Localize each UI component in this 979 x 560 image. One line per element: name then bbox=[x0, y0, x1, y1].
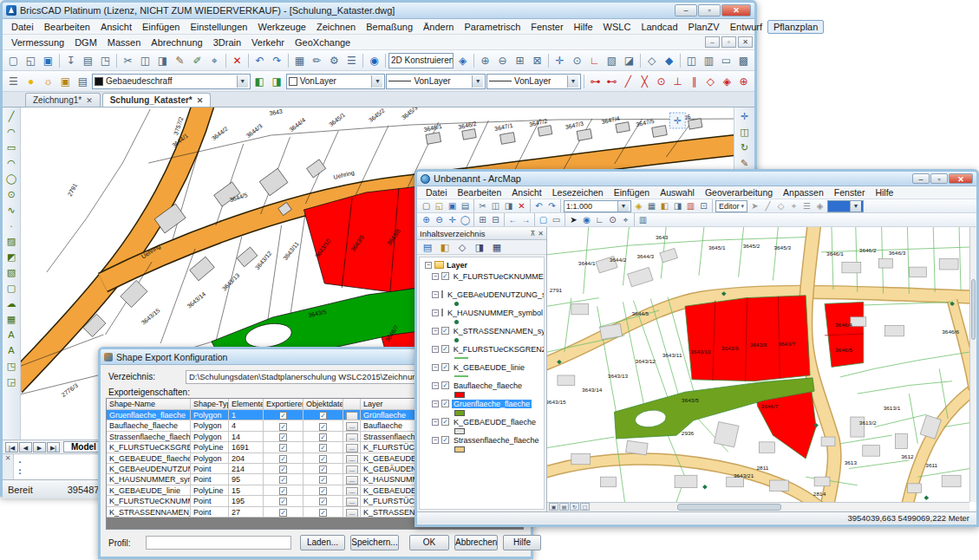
arc-menu-datei[interactable]: Datei bbox=[421, 186, 453, 199]
matchprop-icon[interactable]: ✎ bbox=[172, 53, 188, 68]
minimize-button[interactable]: – bbox=[675, 4, 697, 16]
bcs-menu-entwurf[interactable]: Entwurf bbox=[725, 21, 767, 33]
arc-menu-geoverarbeitung[interactable]: Geoverarbeitung bbox=[700, 186, 778, 199]
arcmap-titlebar[interactable]: Unbenannt - ArcMap – ▫ ✕ bbox=[417, 172, 976, 186]
column-header-elemente[interactable]: Elemente bbox=[229, 399, 264, 409]
gradient-tool-icon[interactable]: ◩ bbox=[3, 250, 19, 264]
expand-icon[interactable]: − bbox=[432, 291, 439, 298]
qr-icon[interactable]: ▩ bbox=[735, 53, 752, 68]
pause-draw-button[interactable]: ▢ bbox=[580, 503, 590, 511]
scale-combobox[interactable]: 1:1.000 ▼ bbox=[564, 200, 631, 212]
snap-midpoint-icon[interactable]: ⊷ bbox=[604, 74, 620, 89]
layer-visibility-checkbox[interactable]: ✓ bbox=[441, 327, 449, 335]
forward-extent-icon[interactable]: → bbox=[519, 214, 532, 226]
bcs-menu-bema-ung[interactable]: Bemaßung bbox=[361, 21, 418, 33]
browse-dots-button[interactable]: ... bbox=[346, 466, 358, 473]
exportieren-checkbox[interactable]: ✓ bbox=[279, 423, 287, 431]
layer-name[interactable]: Strassenflaeche_flaeche bbox=[452, 436, 541, 445]
pointer-icon[interactable]: ➤ bbox=[567, 214, 580, 226]
bcs-menu-ndern[interactable]: Ändern bbox=[418, 21, 459, 33]
box-icon[interactable]: ◇ bbox=[643, 53, 660, 68]
fixed-zoom-out-icon[interactable]: ⊟ bbox=[489, 214, 502, 226]
bcs-menu2-massen[interactable]: Massen bbox=[102, 36, 147, 49]
look-icon[interactable]: ◪ bbox=[621, 53, 637, 68]
browse-dots-button[interactable]: ... bbox=[346, 498, 358, 505]
list-by-selection-icon[interactable]: ◨ bbox=[472, 240, 487, 255]
bcs-menu2-abrechnung[interactable]: Abrechnung bbox=[146, 36, 207, 49]
rotate-icon[interactable]: ↻ bbox=[737, 140, 753, 155]
layer-previous-icon[interactable]: ◧ bbox=[251, 74, 268, 89]
print-layer-icon[interactable]: ▤ bbox=[75, 74, 91, 89]
line-tool-icon[interactable]: ╱ bbox=[3, 109, 19, 124]
objektdaten-checkbox[interactable]: ✓ bbox=[319, 509, 327, 517]
zoom-out-icon[interactable]: ⊖ bbox=[494, 53, 511, 68]
layer-visibility-checkbox[interactable]: ✓ bbox=[441, 272, 449, 280]
layer-item-k-hausnummer-symbol[interactable]: −K_HAUSNUMMER_symbol bbox=[420, 307, 544, 318]
text-tool-icon[interactable]: A bbox=[3, 328, 19, 342]
render-icon[interactable]: ◈ bbox=[454, 53, 471, 68]
layer-item-k-gebaeude-flaeche[interactable]: −✓K_GEBAEUDE_flaeche bbox=[420, 416, 544, 427]
arcmap-canvas[interactable]: 36433645/13645/23645/33646/13646/23646/3… bbox=[547, 227, 969, 502]
drawing-explorer-icon[interactable]: ▦ bbox=[291, 53, 308, 68]
paste-icon[interactable]: ◨ bbox=[154, 53, 171, 68]
ucs-icon[interactable]: ∟ bbox=[586, 53, 603, 68]
measure-icon[interactable]: ∟ bbox=[593, 214, 606, 226]
layer-root-node[interactable]: −Layer bbox=[420, 259, 544, 270]
delete-icon[interactable]: ✕ bbox=[515, 200, 528, 212]
expand-icon[interactable]: − bbox=[432, 328, 439, 335]
objektdaten-checkbox[interactable]: ✓ bbox=[319, 466, 327, 473]
exportieren-checkbox[interactable]: ✓ bbox=[279, 498, 287, 505]
close-button[interactable]: ✕ bbox=[721, 4, 751, 16]
layer-item-bauflaeche-flaeche[interactable]: −✓Bauflaeche_flaeche bbox=[420, 380, 544, 391]
arc-tool-icon[interactable]: ◠ bbox=[3, 156, 19, 171]
column-header-objektdaten[interactable]: Objektdaten bbox=[303, 399, 343, 409]
layer-name[interactable]: K_FLURSTUeCKNUMMER_symbol bbox=[452, 272, 545, 281]
horizontal-scrollbar[interactable] bbox=[547, 502, 969, 511]
cloud-tool-icon[interactable]: ☁ bbox=[3, 296, 19, 311]
column-header-shape-typ[interactable]: Shape-Typ bbox=[191, 399, 229, 409]
column-header-exportieren[interactable]: Exportieren bbox=[264, 399, 303, 409]
data-view-button[interactable]: ▣ bbox=[549, 503, 558, 511]
copy-tool-icon[interactable]: ◳ bbox=[3, 359, 19, 374]
layout-icon[interactable]: ▥ bbox=[701, 53, 717, 68]
preview-icon[interactable]: ▭ bbox=[718, 53, 734, 68]
minimize-button[interactable]: – bbox=[912, 173, 930, 184]
attributes-icon[interactable]: ☰ bbox=[800, 200, 813, 212]
layer-visibility-checkbox[interactable]: ✓ bbox=[441, 363, 449, 371]
rectangle-tool-icon[interactable]: ▭ bbox=[3, 140, 19, 155]
zoom-in-icon[interactable]: ⊕ bbox=[477, 53, 493, 68]
bcs-menu-einf-gen[interactable]: Einfügen bbox=[137, 21, 185, 33]
eyedropper-icon[interactable]: ✐ bbox=[189, 53, 206, 68]
color-combobox[interactable]: VonLayer ▼ bbox=[286, 74, 386, 89]
bcs-menu-werkzeuge[interactable]: Werkzeuge bbox=[252, 21, 310, 33]
layout-nav-button[interactable]: ▶| bbox=[47, 442, 60, 453]
document-tab-schulung-kataster[interactable]: Schulung_Kataster*✕ bbox=[102, 93, 212, 107]
new-icon[interactable]: ▢ bbox=[420, 200, 433, 212]
copy-entity-icon[interactable]: ◫ bbox=[737, 125, 753, 140]
boundary-tool-icon[interactable]: ▧ bbox=[3, 265, 19, 280]
snap-quadrant-icon[interactable]: ◇ bbox=[702, 74, 719, 89]
browse-dots-button[interactable]: ... bbox=[346, 433, 358, 441]
undo-icon[interactable]: ↶ bbox=[532, 200, 545, 212]
layer-visibility-checkbox[interactable]: ✓ bbox=[441, 400, 449, 407]
save-icon[interactable]: ▣ bbox=[446, 200, 459, 212]
vertical-scrollbar[interactable] bbox=[969, 227, 976, 502]
objektdaten-checkbox[interactable]: ✓ bbox=[319, 444, 327, 452]
snap-center-icon[interactable]: ⊙ bbox=[653, 74, 669, 89]
bcs-menu2-dgm[interactable]: DGM bbox=[69, 36, 102, 49]
layer-item-k-gebaeudenutzung-symbol[interactable]: −K_GEBAeUDENUTZUNG_symbol bbox=[420, 289, 544, 300]
pan-move-icon[interactable]: ✛ bbox=[737, 109, 753, 124]
exportieren-checkbox[interactable]: ✓ bbox=[279, 455, 287, 463]
tab-close-icon[interactable]: ✕ bbox=[86, 96, 93, 105]
sun-icon[interactable]: ☼ bbox=[40, 74, 56, 89]
bcs-menu-datei[interactable]: Datei bbox=[6, 21, 39, 33]
layout-view-button[interactable]: ▤ bbox=[559, 503, 569, 511]
snap-parallel-icon[interactable]: ∥ bbox=[686, 74, 702, 89]
bcs-menu2-verkehr[interactable]: Verkehr bbox=[246, 36, 290, 49]
zoom-out-icon[interactable]: ⊖ bbox=[433, 214, 446, 226]
vertex-icon[interactable]: ◇ bbox=[774, 200, 787, 212]
layout-nav-button[interactable]: |◀ bbox=[5, 442, 18, 453]
arc-menu-bearbeiten[interactable]: Bearbeiten bbox=[453, 186, 507, 199]
list-by-source-icon[interactable]: ◧ bbox=[437, 240, 453, 255]
layer-item-k-strassennamen-symbol[interactable]: −✓K_STRASSENNAMEN_symbol bbox=[420, 325, 544, 336]
